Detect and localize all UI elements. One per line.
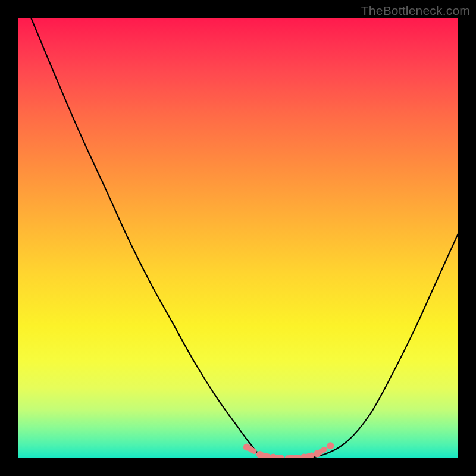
bottom-dot: [314, 450, 321, 458]
plot-area: [18, 18, 458, 458]
bottom-dot: [243, 444, 250, 451]
bottom-dot: [327, 442, 334, 449]
bottom-dot: [270, 454, 277, 459]
chart-frame: TheBottleneck.com: [0, 0, 476, 476]
bottom-dot: [256, 451, 264, 458]
watermark-text: TheBottleneck.com: [361, 4, 470, 18]
bottleneck-curve: [31, 18, 458, 458]
chart-svg: [18, 18, 458, 458]
bottom-dot: [287, 455, 295, 458]
